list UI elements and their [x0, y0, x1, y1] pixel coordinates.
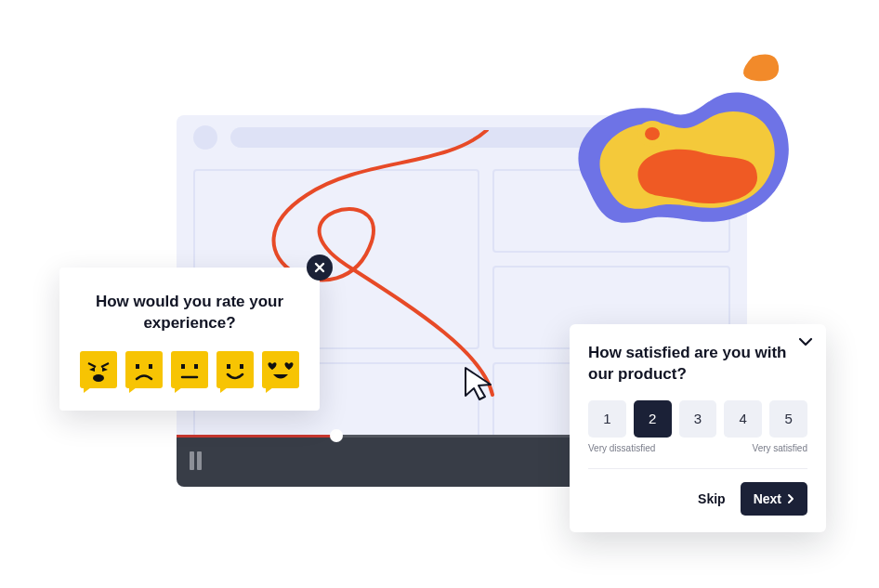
neutral-emoji[interactable]	[171, 351, 208, 388]
layout-cell	[492, 169, 730, 253]
nps-option-5[interactable]: 5	[769, 400, 807, 438]
nps-option-2[interactable]: 2	[634, 400, 672, 438]
sad-emoji[interactable]	[125, 351, 163, 388]
nps-actions: Skip Next	[588, 482, 807, 516]
nps-scale: 1 2 3 4 5	[588, 400, 807, 438]
angry-emoji[interactable]	[80, 351, 117, 388]
skip-button[interactable]: Skip	[698, 491, 726, 506]
svg-point-2	[93, 374, 104, 382]
next-button[interactable]: Next	[741, 482, 807, 516]
happy-emoji[interactable]	[216, 351, 254, 388]
svg-rect-9	[240, 364, 243, 369]
nps-option-4[interactable]: 4	[724, 400, 762, 438]
nps-option-1[interactable]: 1	[588, 400, 626, 438]
close-button[interactable]	[307, 255, 333, 281]
emoji-options	[80, 351, 299, 388]
nps-scale-labels: Very dissatisfied Very satisfied	[588, 443, 807, 453]
browser-header	[177, 115, 747, 160]
progress-knob[interactable]	[330, 429, 343, 442]
browser-url-bar	[230, 127, 730, 148]
svg-rect-3	[136, 364, 139, 369]
love-emoji[interactable]	[262, 351, 299, 388]
nps-low-label: Very dissatisfied	[588, 443, 655, 453]
emoji-survey-card: How would you rate your experience?	[59, 268, 320, 411]
progress-fill	[177, 435, 336, 438]
browser-window-dot	[193, 125, 217, 150]
nps-option-3[interactable]: 3	[679, 400, 717, 438]
nps-high-label: Very satisfied	[753, 443, 807, 453]
collapse-button[interactable]	[798, 333, 813, 350]
pause-icon	[190, 451, 194, 470]
svg-rect-8	[227, 364, 230, 369]
pause-button[interactable]	[190, 451, 202, 470]
chevron-right-icon	[787, 493, 794, 504]
close-icon	[314, 262, 325, 273]
emoji-survey-question: How would you rate your experience?	[80, 292, 299, 334]
nps-survey-card: How satisfied are you with our product? …	[570, 324, 826, 532]
chevron-down-icon	[798, 337, 813, 346]
next-button-label: Next	[754, 491, 781, 506]
svg-rect-5	[181, 364, 185, 369]
svg-rect-6	[194, 364, 198, 369]
nps-survey-question: How satisfied are you with our product?	[588, 343, 807, 385]
svg-rect-4	[149, 364, 152, 369]
divider	[588, 468, 807, 469]
pause-icon	[197, 451, 202, 470]
